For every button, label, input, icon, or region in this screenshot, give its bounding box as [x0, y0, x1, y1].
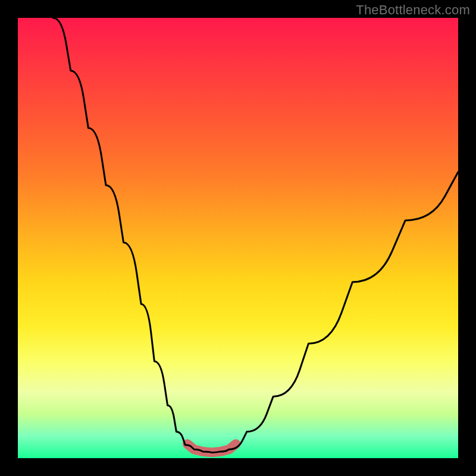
curve-layer	[18, 18, 458, 458]
plot-area	[18, 18, 458, 458]
chart-stage: TheBottleneck.com	[0, 0, 476, 476]
highlight-path	[187, 444, 236, 452]
curve-path	[53, 18, 458, 452]
watermark-text: TheBottleneck.com	[356, 2, 470, 18]
